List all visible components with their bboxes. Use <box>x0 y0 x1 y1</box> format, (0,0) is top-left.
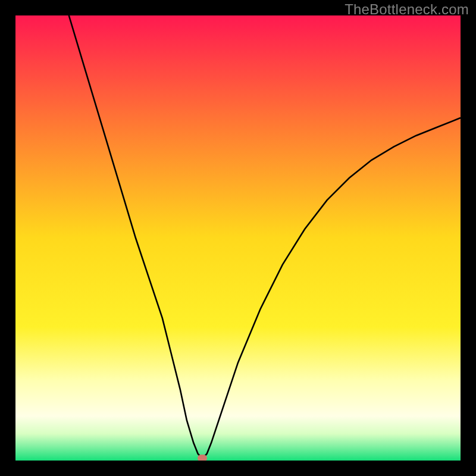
min-point-marker <box>198 455 207 461</box>
plot-area <box>15 15 461 461</box>
bottleneck-curve <box>15 15 461 461</box>
chart-frame: TheBottleneck.com <box>0 0 476 476</box>
watermark-text: TheBottleneck.com <box>345 1 469 18</box>
